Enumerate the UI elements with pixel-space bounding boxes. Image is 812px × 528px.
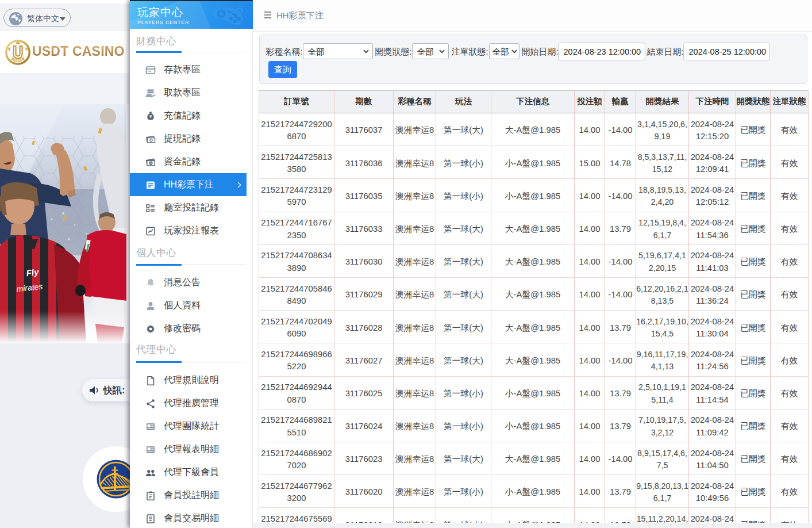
svg-text:CASINO: CASINO	[14, 59, 22, 62]
svg-text:$: $	[150, 161, 152, 164]
svg-text:Fly: Fly	[26, 267, 40, 278]
